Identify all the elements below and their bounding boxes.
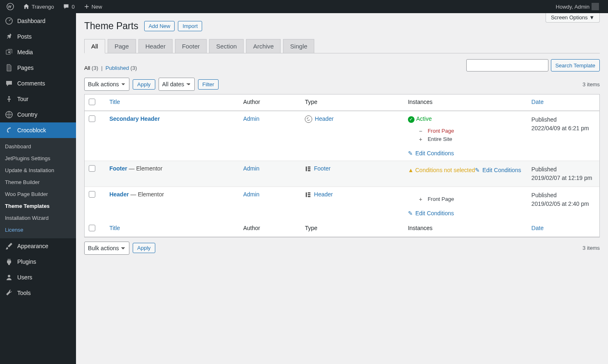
tablenav-bottom: Bulk actions Apply 3 items [84, 242, 600, 255]
type-link[interactable]: Header [314, 191, 333, 198]
sidebar-item-tools[interactable]: Tools [0, 285, 76, 301]
condition-row: +Front Page [418, 195, 523, 203]
row-title-link[interactable]: Header [109, 191, 129, 198]
condition-row: +Entire Site [418, 135, 523, 143]
adminbar-left: Travengo 0 New [3, 0, 106, 13]
screen-options-toggle[interactable]: Screen Options ▼ [546, 13, 600, 23]
submenu-item[interactable]: Theme Builder [0, 176, 76, 188]
sidebar-item-media[interactable]: Media [0, 44, 76, 60]
search-button[interactable]: Search Template [551, 59, 600, 71]
status-text[interactable]: Conditions not selected [415, 167, 475, 173]
edit-conditions-link[interactable]: ✎Edit Conditions [408, 210, 454, 217]
wp-logo[interactable] [3, 0, 17, 13]
minus-icon: − [418, 128, 424, 134]
bulk-actions-select-bottom[interactable]: Bulk actions [84, 242, 129, 255]
tab-page[interactable]: Page [108, 39, 136, 53]
item-count-bottom: 3 items [583, 245, 600, 251]
status-all[interactable]: All (3) [84, 65, 98, 71]
sidebar-item-crocoblock[interactable]: Crocoblock [0, 122, 76, 138]
submenu-item[interactable]: Dashboard [0, 141, 76, 152]
page-header: Theme Parts Add New Import [84, 13, 546, 32]
tab-archive[interactable]: Archive [246, 39, 281, 53]
adminbar-right: Howdy, Admin [553, 0, 605, 13]
col-author: Author [239, 94, 301, 111]
sidebar-item-label: Comments [17, 80, 45, 87]
date-value: 2022/04/09 at 6:21 pm [532, 125, 589, 131]
col-instances: Instances [404, 94, 527, 111]
submenu: DashboardJetPlugins SettingsUpdate & Ins… [0, 138, 76, 238]
sidebar-item-label: Media [17, 49, 33, 55]
col-date[interactable]: Date [527, 94, 599, 111]
edit-conditions-label: Edit Conditions [415, 210, 454, 217]
submenu-item[interactable]: License [0, 224, 76, 236]
tab-header[interactable]: Header [138, 39, 173, 53]
globe-icon [5, 111, 13, 119]
col-title-foot[interactable]: Title [105, 221, 239, 237]
new-link[interactable]: New [81, 0, 106, 13]
search-input[interactable] [466, 59, 548, 71]
row-checkbox[interactable] [89, 165, 95, 172]
bulk-actions-select[interactable]: Bulk actions [84, 78, 129, 91]
add-new-button[interactable]: Add New [144, 21, 175, 31]
tab-section[interactable]: Section [209, 39, 244, 53]
edit-conditions-link[interactable]: ✎Edit Conditions [475, 167, 521, 173]
col-instances-foot: Instances [404, 221, 527, 237]
sidebar-item-users[interactable]: Users [0, 270, 76, 285]
page-title: Theme Parts [84, 21, 138, 32]
elementor-icon [305, 166, 311, 172]
row-title-link[interactable]: Secondary Header [109, 115, 160, 122]
apply-button-top[interactable]: Apply [133, 79, 155, 90]
plus-icon: + [418, 136, 424, 143]
condition-label: Front Page [428, 196, 454, 202]
author-link[interactable]: Admin [243, 165, 260, 172]
filter-button[interactable]: Filter [198, 79, 219, 90]
import-button[interactable]: Import [178, 21, 202, 31]
submenu-item[interactable]: Installation Wizard [0, 212, 76, 224]
date-filter-select[interactable]: All dates [159, 78, 195, 91]
sidebar-item-appearance[interactable]: Appearance [0, 238, 76, 254]
howdy-text: Howdy, Admin [556, 4, 590, 10]
apply-button-bottom[interactable]: Apply [133, 243, 155, 253]
type-tabs: AllPageHeaderFooterSectionArchiveSingle [84, 39, 600, 53]
submenu-item[interactable]: Update & Installation [0, 164, 76, 176]
tab-single[interactable]: Single [283, 39, 314, 53]
sidebar-item-plugins[interactable]: Plugins [0, 254, 76, 270]
status-published[interactable]: Published (3) [106, 65, 137, 71]
row-checkbox[interactable] [89, 191, 95, 198]
col-title[interactable]: Title [105, 94, 239, 111]
howdy[interactable]: Howdy, Admin [553, 0, 602, 13]
select-all-top[interactable] [89, 99, 95, 105]
sidebar-item-pages[interactable]: Pages [0, 60, 76, 76]
row-title-link[interactable]: Footer [109, 165, 127, 172]
date-value: 2019/02/05 at 2:40 pm [532, 200, 589, 207]
col-date-foot[interactable]: Date [527, 221, 599, 237]
sidebar-item-posts[interactable]: Posts [0, 29, 76, 44]
select-all-bottom[interactable] [89, 225, 95, 231]
comments-count: 0 [71, 4, 74, 10]
row-checkbox[interactable] [89, 115, 95, 122]
sidebar-item-dashboard[interactable]: Dashboard [0, 13, 76, 29]
type-link[interactable]: Footer [314, 165, 330, 172]
sidebar-item-country[interactable]: Country [0, 107, 76, 122]
author-link[interactable]: Admin [243, 191, 260, 198]
type-link[interactable]: Header [315, 115, 334, 122]
tab-footer[interactable]: Footer [175, 39, 207, 53]
submenu-item[interactable]: Woo Page Builder [0, 188, 76, 200]
submenu-item[interactable]: JetPlugins Settings [0, 152, 76, 164]
check-icon: ✓ [408, 116, 415, 123]
edit-conditions-link[interactable]: ✎Edit Conditions [408, 150, 454, 157]
date-value: 2019/02/07 at 12:19 pm [532, 175, 592, 181]
media-icon [5, 48, 13, 56]
sidebar-item-comments[interactable]: Comments [0, 76, 76, 91]
svg-point-5 [8, 275, 10, 277]
row-title-suffix: — Elementor [129, 191, 164, 198]
conditions-list: −Front Page+Entire Site [418, 127, 523, 143]
tab-all[interactable]: All [84, 39, 105, 53]
site-link[interactable]: Travengo [20, 0, 57, 13]
submenu-item[interactable]: Theme Templates [0, 200, 76, 212]
comment-icon [63, 3, 69, 10]
comments-link[interactable]: 0 [60, 0, 78, 13]
sidebar-item-tour[interactable]: Tour [0, 91, 76, 107]
table-row: Footer — ElementorAdminFooter▲Conditions… [85, 161, 599, 187]
author-link[interactable]: Admin [243, 115, 260, 122]
